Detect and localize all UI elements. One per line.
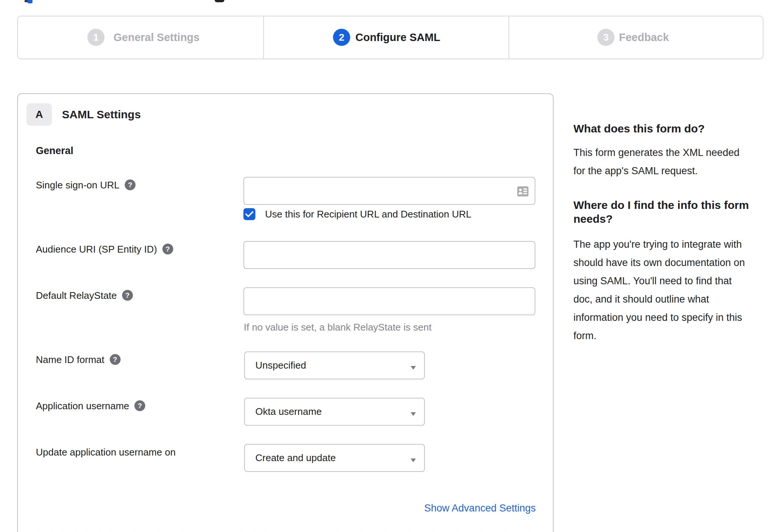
sso-checkbox[interactable]	[243, 208, 255, 220]
general-section-heading: General	[36, 144, 74, 157]
show-advanced-settings-link[interactable]: Show Advanced Settings	[424, 502, 536, 514]
dropdown-arrow-icon	[411, 459, 416, 462]
cropped-title-artifact-blue	[28, 0, 32, 3]
stepper-divider	[263, 16, 264, 59]
cropped-title-artifact-dark	[25, 0, 28, 2]
update-username-select-value: Create and update	[255, 445, 336, 471]
app-username-label: Application username?	[36, 400, 237, 414]
panel-header: A SAML Settings	[27, 103, 141, 126]
audience-help-icon[interactable]: ?	[162, 244, 173, 254]
dropdown-arrow-icon	[411, 412, 416, 416]
sso-checkbox-row: Use this for Recipient URL and Destinati…	[243, 208, 472, 220]
section-a-badge: A	[27, 103, 52, 126]
sso-url-input[interactable]	[243, 177, 535, 205]
app-username-help-icon[interactable]: ?	[134, 400, 145, 411]
app-username-label-text: Application username	[36, 400, 129, 411]
sidebar-paragraph-2: The app you're trying to integrate with …	[573, 235, 749, 345]
relay-state-input[interactable]	[243, 287, 535, 315]
relay-state-field-wrap	[243, 287, 535, 315]
wizard-stepper: 1 General Settings 2 Configure SAML 3 Fe…	[17, 16, 763, 59]
sidebar-paragraph-1: This form generates the XML needed for t…	[573, 144, 749, 180]
relay-state-label: Default RelayState?	[36, 290, 237, 304]
step-2-label[interactable]: Configure SAML	[355, 29, 440, 46]
step-3-circle: 3	[597, 29, 614, 46]
sso-url-label: Single sign-on URL?	[36, 179, 237, 194]
update-username-select[interactable]: Create and update	[244, 444, 425, 472]
app-username-select[interactable]: Okta username	[244, 398, 425, 426]
page: 1 General Settings 2 Configure SAML 3 Fe…	[0, 0, 781, 532]
cropped-title-artifact-glyph	[215, 0, 224, 2]
help-sidebar: What does this form do? This form genera…	[573, 122, 762, 345]
step-1-circle: 1	[87, 29, 105, 46]
name-id-select[interactable]: Unspecified	[244, 351, 425, 379]
relay-state-help-icon[interactable]: ?	[122, 290, 133, 301]
sso-url-help-icon[interactable]: ?	[125, 179, 136, 190]
app-username-select-value: Okta username	[255, 398, 322, 425]
panel-title: SAML Settings	[62, 108, 141, 121]
step-1-label[interactable]: General Settings	[113, 29, 199, 46]
audience-label: Audience URI (SP Entity ID)?	[36, 243, 237, 258]
audience-input[interactable]	[243, 241, 535, 269]
name-id-label-text: Name ID format	[36, 354, 105, 365]
name-id-select-value: Unspecified	[255, 352, 306, 379]
contact-card-icon[interactable]	[517, 186, 529, 197]
audience-label-text: Audience URI (SP Entity ID)	[36, 244, 157, 255]
stepper-divider	[508, 16, 509, 59]
relay-state-hint: If no value is set, a blank RelayState i…	[244, 321, 432, 333]
dropdown-arrow-icon	[411, 366, 416, 370]
step-2-circle: 2	[333, 29, 350, 46]
name-id-help-icon[interactable]: ?	[110, 354, 121, 365]
sso-checkbox-label: Use this for Recipient URL and Destinati…	[265, 208, 472, 220]
sidebar-heading-1: What does this form do?	[573, 122, 762, 135]
update-username-label: Update application username on	[36, 446, 237, 458]
sso-url-label-text: Single sign-on URL	[36, 179, 119, 191]
audience-field-wrap	[243, 241, 535, 269]
sso-url-field-wrap	[243, 177, 535, 205]
name-id-label: Name ID format?	[36, 354, 237, 368]
saml-settings-panel: A SAML Settings General Single sign-on U…	[17, 93, 554, 532]
relay-state-label-text: Default RelayState	[36, 290, 117, 301]
update-username-label-text: Update application username on	[36, 447, 175, 458]
step-3-label[interactable]: Feedback	[619, 29, 669, 46]
sidebar-heading-2: Where do I find the info this form needs…	[573, 198, 762, 226]
